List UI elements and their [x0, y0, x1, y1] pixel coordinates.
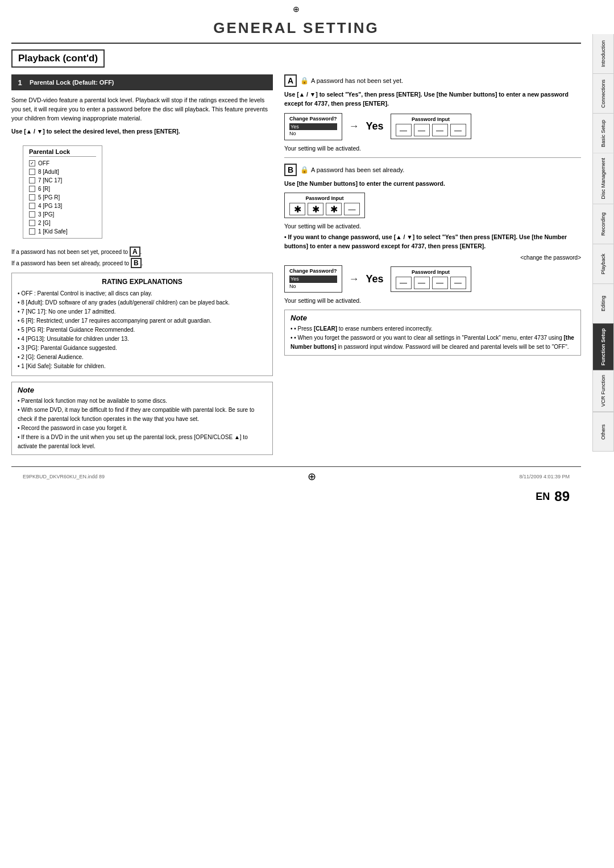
dialog-option-yes-b2[interactable]: Yes: [289, 276, 337, 283]
slot-b2-2: —: [432, 277, 448, 289]
letter-b-box: B: [284, 164, 297, 176]
rating-explanations-box: RATING EXPLANATIONS OFF : Parental Contr…: [11, 273, 273, 376]
page-title: GENERAL SETTING: [11, 16, 581, 44]
footer-date: 8/11/2009 4:01:39 PM: [519, 474, 570, 479]
section-b-instruction: Use [the Number buttons] to enter the cu…: [284, 180, 581, 189]
slot-a-2: —: [432, 124, 448, 136]
note-right-item-0: • Press [CLEAR] to erase numbers entered…: [291, 324, 575, 333]
note-right-item-1: • When you forget the password or you wa…: [291, 333, 575, 352]
checkbox-5pgr[interactable]: [29, 194, 35, 201]
checkbox-3pg[interactable]: [29, 211, 35, 218]
step1-label: 1 Parental Lock (Default: OFF): [11, 74, 273, 90]
password-input-box-b: Password Input ✱ ✱ ✱ —: [284, 193, 365, 218]
section-b-description: A password has been set already.: [311, 166, 404, 173]
slot-b2-3: —: [450, 277, 466, 289]
sidebar-tab-function-setup[interactable]: Function Setup: [592, 324, 614, 371]
parental-lock-item-0: OFF: [29, 159, 96, 168]
checkbox-1kidsafe[interactable]: [29, 228, 35, 235]
parental-lock-item-8: 1 [Kid Safe]: [29, 227, 96, 236]
password-diagram-b2: Change Password? Yes No → Yes Password I…: [284, 265, 581, 293]
slot-b-0: ✱: [289, 203, 305, 215]
two-column-layout: 1 Parental Lock (Default: OFF) Some DVD-…: [11, 74, 581, 455]
slot-a-3: —: [450, 124, 466, 136]
password-slots-b2: — — — —: [396, 277, 466, 289]
checkbox-7nc17[interactable]: [29, 177, 35, 183]
checkbox-8adult[interactable]: [29, 169, 35, 175]
compass-icon: ⊕: [293, 5, 300, 14]
top-decoration: ⊕: [11, 0, 581, 16]
password-slots-a: — — — —: [396, 124, 466, 136]
change-pw-instruction: • If you want to change password, use [▲…: [284, 233, 581, 251]
note-right-title: Note: [291, 314, 575, 322]
footer-file: E9PKBUD_DKVR60KU_EN.indd 89: [23, 474, 105, 479]
note-left-item-2: Record the password in case you forget i…: [18, 424, 267, 433]
parental-lock-item-2: 7 [NC 17]: [29, 176, 96, 185]
sidebar-tab-recording[interactable]: Recording: [592, 205, 614, 244]
note-left-box: Note Parental lock function may not be a…: [11, 382, 273, 455]
sidebar-tab-editing[interactable]: Editing: [592, 284, 614, 324]
activated-b2: Your setting will be activated.: [284, 297, 581, 304]
note-left-item-0: Parental lock function may not be availa…: [18, 397, 267, 406]
bottom-compass-icon: ⊕: [308, 470, 316, 483]
rating-item-0: OFF : Parental Control is inactive; all …: [18, 289, 267, 298]
parental-lock-title: Parental Lock: [29, 148, 96, 157]
arrow-b2: →: [349, 273, 359, 285]
step1-body: Some DVD-video feature a parental lock l…: [11, 96, 273, 123]
parental-lock-box: Parental Lock OFF 8 [Adult] 7 [NC 17]: [23, 145, 102, 239]
password-input-title-b2: Password Input: [396, 269, 466, 275]
dialog-option-no-b2[interactable]: No: [289, 283, 337, 290]
sidebar-tab-introduction[interactable]: Introduction: [592, 34, 614, 74]
change-password-dialog-b2: Change Password? Yes No: [284, 265, 342, 293]
checkbox-2g[interactable]: [29, 220, 35, 226]
password-input-title-b: Password Input: [289, 195, 360, 201]
checkbox-off[interactable]: [29, 160, 35, 166]
sidebar-tab-vcr-function[interactable]: VCR Function: [592, 370, 614, 412]
proceed-a-text: If a password has not been set yet, proc…: [11, 248, 273, 256]
rating-item-5: 4 [PG13]: Unsuitable for children under …: [18, 335, 267, 344]
note-right-box: Note • Press [CLEAR] to erase numbers en…: [284, 310, 581, 356]
sidebar-tab-disc-management[interactable]: Disc Management: [592, 153, 614, 205]
dialog-option-no-a[interactable]: No: [289, 130, 337, 137]
sidebar-tab-playback[interactable]: Playback: [592, 244, 614, 284]
change-pw-dialog-title-b2: Change Password?: [289, 268, 337, 274]
step1-instruction: Use [▲ / ▼] to select the desired level,…: [11, 127, 273, 136]
slot-a-0: —: [396, 124, 412, 136]
sidebar-tab-connections[interactable]: Connections: [592, 74, 614, 114]
password-slots-b: ✱ ✱ ✱ —: [289, 203, 360, 215]
page-container: Introduction Connections Basic Setup Dis…: [0, 0, 614, 868]
checkbox-4pg13[interactable]: [29, 203, 35, 209]
slot-b2-1: —: [414, 277, 430, 289]
yes-text-b2: Yes: [366, 273, 384, 285]
en-label: EN: [536, 491, 550, 503]
password-input-box-b2: Password Input — — — —: [391, 266, 471, 292]
rating-title: RATING EXPLANATIONS: [18, 278, 267, 286]
left-column: 1 Parental Lock (Default: OFF) Some DVD-…: [11, 74, 273, 455]
section-b-header: B 🔒 A password has been set already.: [284, 164, 581, 176]
change-pw-dialog-title-a: Change Password?: [289, 116, 337, 122]
password-input-box-a: Password Input — — — —: [391, 114, 471, 139]
dialog-option-yes-a[interactable]: Yes: [289, 123, 337, 131]
parental-lock-item-1: 8 [Adult]: [29, 168, 96, 176]
note-left-title: Note: [18, 386, 267, 394]
checkbox-6r[interactable]: [29, 186, 35, 192]
parental-lock-item-5: 4 [PG 13]: [29, 202, 96, 210]
right-column: A 🔒 A password has not been set yet. Use…: [284, 74, 581, 455]
rating-item-8: 1 [Kid Safe]: Suitable for children.: [18, 362, 267, 371]
sidebar-tab-others[interactable]: Others: [592, 412, 614, 452]
rating-item-7: 2 [G]: General Audience.: [18, 353, 267, 362]
section-header: Playback (cont'd): [11, 49, 105, 68]
bottom-bar: E9PKBUD_DKVR60KU_EN.indd 89 ⊕ 8/11/2009 …: [11, 466, 581, 486]
rating-item-6: 3 [PG]: Parental Guidance suggested.: [18, 344, 267, 353]
page-number-row: EN 89: [11, 486, 581, 510]
letter-b-ref: B: [131, 258, 142, 268]
note-left-item-3: If there is a DVD in the unit when you s…: [18, 433, 267, 451]
rating-item-4: 5 [PG R]: Parental Guidance Recommended.: [18, 326, 267, 335]
slot-a-1: —: [414, 124, 430, 136]
rating-item-1: 8 [Adult]: DVD software of any grades (a…: [18, 298, 267, 307]
change-password-dialog-a: Change Password? Yes No: [284, 113, 342, 140]
section-a-description: A password has not been set yet.: [311, 77, 403, 84]
sidebar-tab-basic-setup[interactable]: Basic Setup: [592, 114, 614, 153]
slot-b2-0: —: [396, 277, 412, 289]
section-a-instruction: Use [▲ / ▼] to select "Yes", then press …: [284, 90, 581, 108]
activated-a: Your setting will be activated.: [284, 145, 581, 152]
